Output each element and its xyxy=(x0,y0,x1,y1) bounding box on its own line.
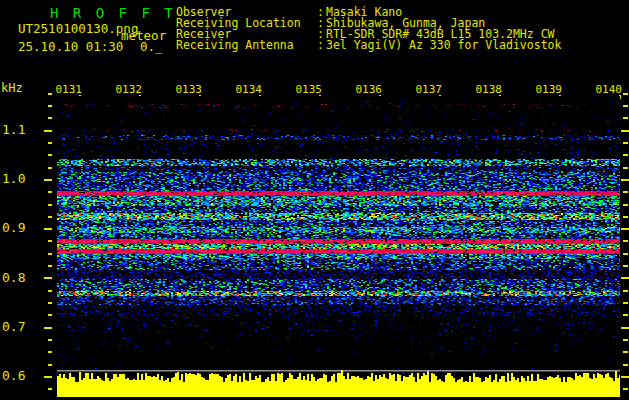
axis-tick xyxy=(48,117,52,119)
hrofft-spectrogram-image: H R O F F T UT2510100130.png meteor 25.1… xyxy=(0,0,629,400)
axis-tick xyxy=(623,253,628,255)
axis-tick xyxy=(623,302,628,304)
axis-tick xyxy=(621,228,629,230)
x-axis-tick-label: 0133 xyxy=(174,83,202,96)
axis-tick xyxy=(48,253,52,255)
x-axis-tick-label: 0139 xyxy=(534,83,562,96)
axis-tick xyxy=(48,339,52,341)
y-axis-tick-label: 0.9 xyxy=(2,221,40,234)
axis-tick xyxy=(623,339,628,341)
spectrogram-canvas xyxy=(57,96,620,370)
axis-tick xyxy=(623,388,628,390)
y-axis-unit-label: kHz xyxy=(1,81,23,95)
axis-tick xyxy=(623,290,628,292)
x-axis-tick-label: 0135 xyxy=(294,83,322,96)
axis-tick xyxy=(623,167,628,169)
y-axis-tick-label: 0.6 xyxy=(2,369,40,382)
axis-tick xyxy=(623,191,628,193)
axis-tick xyxy=(621,327,629,329)
axis-tick xyxy=(623,154,628,156)
axis-tick xyxy=(48,204,52,206)
axis-tick xyxy=(48,351,52,353)
axis-tick xyxy=(623,265,628,267)
axis-tick xyxy=(621,179,629,181)
axis-tick xyxy=(48,105,52,107)
datetime-label: 25.10.10 01:30 xyxy=(18,39,123,54)
axis-tick xyxy=(44,179,52,181)
axis-tick xyxy=(48,154,52,156)
axis-tick xyxy=(623,117,628,119)
axis-tick xyxy=(623,204,628,206)
info-label: Receiving Antenna xyxy=(176,38,294,52)
axis-tick xyxy=(48,290,52,292)
axis-tick xyxy=(623,105,628,107)
axis-tick xyxy=(623,364,628,366)
axis-tick xyxy=(623,351,628,353)
axis-tick xyxy=(48,216,52,218)
axis-tick xyxy=(621,376,629,378)
x-axis-tick-label: 0134 xyxy=(234,83,262,96)
axis-tick xyxy=(48,302,52,304)
axis-tick xyxy=(623,142,628,144)
info-colon: : xyxy=(317,38,324,52)
x-axis-tick-label: 0138 xyxy=(474,83,502,96)
x-axis-tick-label: 0136 xyxy=(354,83,382,96)
app-title: H R O F F T xyxy=(50,5,176,21)
x-axis-tick-label: 0131 xyxy=(54,83,82,96)
axis-tick xyxy=(623,240,628,242)
axis-tick xyxy=(623,314,628,316)
y-axis-tick-label: 1.0 xyxy=(2,172,40,185)
axis-tick xyxy=(48,191,52,193)
axis-tick xyxy=(44,376,52,378)
axis-tick xyxy=(48,240,52,242)
axis-tick xyxy=(48,167,52,169)
axis-tick xyxy=(44,327,52,329)
axis-tick xyxy=(44,277,52,279)
y-axis-tick-label: 0.8 xyxy=(2,271,40,284)
counter-label: 0._ xyxy=(140,39,163,54)
axis-tick xyxy=(44,228,52,230)
axis-tick xyxy=(48,314,52,316)
axis-tick xyxy=(48,142,52,144)
axis-tick xyxy=(48,388,52,390)
axis-tick xyxy=(621,277,629,279)
axis-tick xyxy=(623,93,628,95)
axis-tick xyxy=(48,364,52,366)
y-axis-tick-label: 1.1 xyxy=(2,123,40,136)
axis-tick xyxy=(621,130,629,132)
x-axis-tick-label: 0140 xyxy=(594,83,622,96)
y-axis-tick-label: 0.7 xyxy=(2,320,40,333)
x-axis-tick-label: 0132 xyxy=(114,83,142,96)
axis-tick xyxy=(44,130,52,132)
info-value: 3el Yagi(V) Az 330 for Vladivostok xyxy=(326,38,561,52)
axis-tick xyxy=(48,265,52,267)
axis-tick xyxy=(623,216,628,218)
axis-tick xyxy=(48,93,52,95)
x-axis-tick-label: 0137 xyxy=(414,83,442,96)
level-plot-canvas xyxy=(57,369,620,398)
